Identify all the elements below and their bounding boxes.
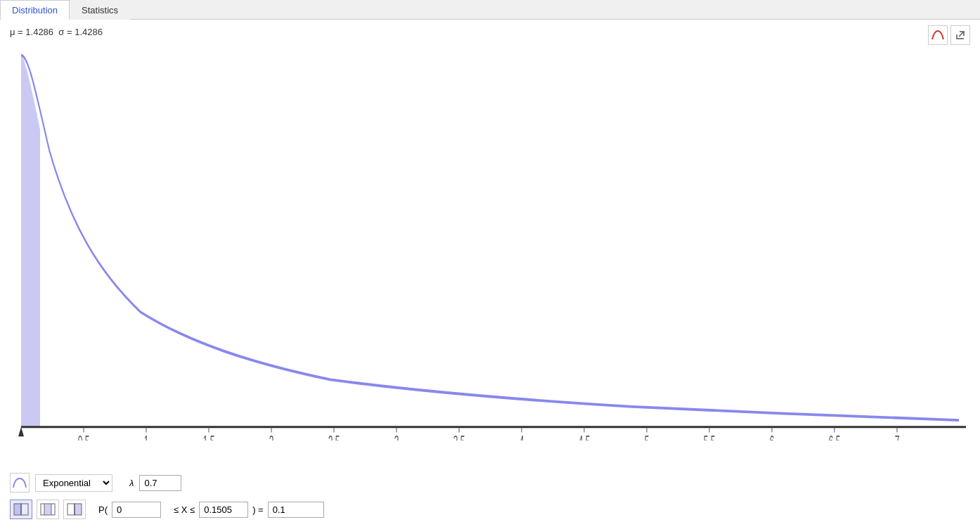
prob-middle-button[interactable] [37,500,59,519]
prob-right-tail-button[interactable] [63,500,86,519]
tab-distribution[interactable]: Distribution [0,0,70,20]
prob-lower-input[interactable] [112,502,161,518]
exponential-curve [21,56,959,421]
x-label-3.5: 3.5 [453,432,465,441]
x-label-3: 3 [394,432,399,441]
svg-rect-1 [14,504,21,515]
svg-rect-2 [21,504,28,515]
svg-line-0 [959,32,964,37]
x-label-2.5: 2.5 [328,432,340,441]
tab-statistics[interactable]: Statistics [70,0,130,20]
stats-line: μ = 1.4286 σ = 1.4286 [0,20,980,41]
mu-sigma-text: μ = 1.4286 σ = 1.4286 [10,27,103,37]
curve-icon-box [10,473,30,492]
x-label-0.5: 0.5 [78,432,90,441]
distribution-chart: 0.5 1 1.5 2 2.5 3 3.5 4 4.5 5 5.5 6 6.5 … [14,48,966,441]
shaded-region [21,56,40,427]
right-tail-icon [67,503,82,516]
prob-result-input[interactable] [268,502,324,518]
prob-left-tail-button[interactable] [10,500,32,519]
app-container: Distribution Statistics μ = 1.4286 σ = 1… [0,0,980,522]
curve-icon [13,477,27,488]
x-label-4: 4 [520,432,524,441]
x-origin-marker [18,427,24,436]
lambda-input[interactable] [139,475,181,491]
tabs-bar: Distribution Statistics [0,0,980,20]
x-label-4.5: 4.5 [579,432,591,441]
bell-curve-icon [931,30,944,40]
controls-row: Exponential Normal Uniform Binomial Pois… [0,469,980,497]
x-label-1.5: 1.5 [203,432,215,441]
prob-upper-input[interactable] [199,502,248,518]
x-label-2: 2 [269,432,274,441]
x-label-1: 1 [144,432,149,441]
export-icon [955,30,965,40]
svg-rect-5 [44,504,51,515]
prob-eq-label: ) = [252,504,264,515]
x-label-5.5: 5.5 [704,432,716,441]
x-label-6.5: 6.5 [829,432,841,441]
sigma-value: σ = 1.4286 [58,27,103,37]
svg-rect-8 [67,504,75,515]
probability-row: P( ≤ X ≤ ) = [0,497,980,522]
leq-x-leq-label: ≤ X ≤ [174,504,195,515]
svg-rect-9 [75,504,82,515]
x-label-5: 5 [645,432,650,441]
lambda-label: λ [129,478,134,488]
distribution-select[interactable]: Exponential Normal Uniform Binomial Pois… [35,474,112,492]
x-label-6: 6 [770,432,775,441]
left-tail-icon [13,503,29,516]
x-label-7: 7 [895,432,900,441]
chart-area: 0.5 1 1.5 2 2.5 3 3.5 4 4.5 5 5.5 6 6.5 … [0,41,980,469]
middle-icon [40,503,56,516]
mu-value: μ = 1.4286 [10,27,53,37]
p-open-label: P( [98,504,108,515]
